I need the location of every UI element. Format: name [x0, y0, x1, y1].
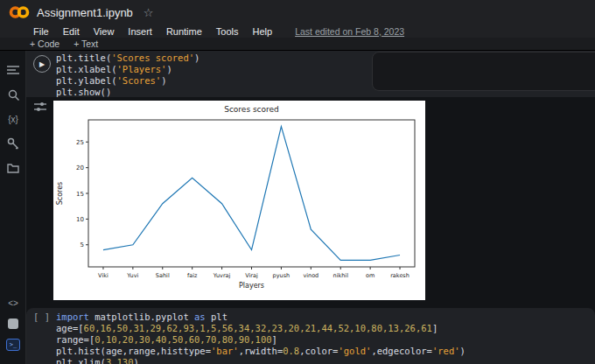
add-code-button[interactable]: + Code — [30, 38, 60, 49]
code-cell-1: ▶ plt.title('Scores scored')plt.xlabel('… — [26, 51, 595, 97]
svg-text:Viki: Viki — [98, 272, 108, 279]
menu-bar: File Edit View Insert Runtime Tools Help… — [0, 24, 595, 38]
table-of-contents-icon[interactable] — [0, 61, 26, 79]
menu-insert[interactable]: Insert — [128, 26, 152, 37]
svg-text:rakesh: rakesh — [390, 272, 410, 279]
output-chart-image: Scores scored510152025VikiYuviSahilfaizY… — [53, 101, 425, 300]
add-text-button[interactable]: + Text — [74, 38, 98, 49]
execution-count[interactable]: [ ] — [33, 312, 50, 322]
cell-toolbar-panel — [372, 52, 595, 91]
svg-text:20: 20 — [76, 164, 84, 172]
menu-tools[interactable]: Tools — [216, 26, 239, 37]
svg-text:Scores scored: Scores scored — [224, 105, 279, 114]
notebook-title[interactable]: Assignment1.ipynb — [37, 6, 133, 19]
svg-text:Sahil: Sahil — [156, 272, 170, 279]
menu-help[interactable]: Help — [253, 26, 273, 37]
colab-logo-icon[interactable] — [9, 4, 30, 20]
code-cell-2: [ ] import matplotlib.pyplot as pltage=[… — [26, 308, 595, 364]
svg-text:Players: Players — [239, 282, 264, 290]
svg-text:15: 15 — [76, 191, 84, 198]
svg-text:faiz: faiz — [187, 272, 198, 279]
menu-runtime[interactable]: Runtime — [166, 26, 202, 37]
secrets-key-icon[interactable] — [0, 135, 26, 152]
svg-text:10: 10 — [76, 216, 84, 223]
cell-toolbar: + Code + Text — [0, 38, 595, 51]
last-edited-link[interactable]: Last edited on Feb 8, 2023 — [295, 26, 404, 37]
svg-text:Viraj: Viraj — [245, 272, 258, 279]
star-icon[interactable]: ☆ — [144, 6, 154, 19]
svg-text:vinod: vinod — [303, 272, 318, 279]
search-icon[interactable] — [0, 86, 26, 103]
svg-text:25: 25 — [76, 139, 84, 146]
svg-text:Yuvraj: Yuvraj — [213, 272, 231, 279]
svg-text:5: 5 — [80, 242, 84, 248]
menu-edit[interactable]: Edit — [63, 26, 80, 37]
output-chart: Scores scored510152025VikiYuviSahilfaizY… — [53, 101, 425, 300]
files-folder-icon[interactable] — [0, 159, 26, 177]
svg-text:pyush: pyush — [273, 272, 290, 279]
title-bar: Assignment1.ipynb ☆ — [0, 0, 595, 24]
svg-text:om: om — [366, 272, 374, 279]
svg-text:Yuvi: Yuvi — [126, 272, 138, 279]
variables-icon[interactable]: {x} — [0, 110, 26, 128]
menu-view[interactable]: View — [94, 26, 115, 37]
terminal-icon[interactable]: >_ — [0, 336, 26, 354]
editor-panel-icon[interactable] — [0, 315, 26, 332]
play-icon: ▶ — [39, 60, 45, 68]
code-editor-2[interactable]: import matplotlib.pyplot as pltage=[60,1… — [56, 312, 466, 364]
output-options-icon[interactable] — [33, 100, 47, 114]
svg-text:Scores: Scores — [56, 182, 64, 206]
menu-file[interactable]: File — [33, 26, 49, 37]
code-editor-1[interactable]: plt.title('Scores scored')plt.xlabel('Pl… — [56, 52, 200, 98]
run-cell-button[interactable]: ▶ — [33, 55, 51, 73]
code-snippets-icon[interactable]: <> — [0, 294, 26, 312]
svg-text:nikhil: nikhil — [333, 272, 349, 279]
left-sidebar: {x} <> >_ — [0, 51, 26, 364]
